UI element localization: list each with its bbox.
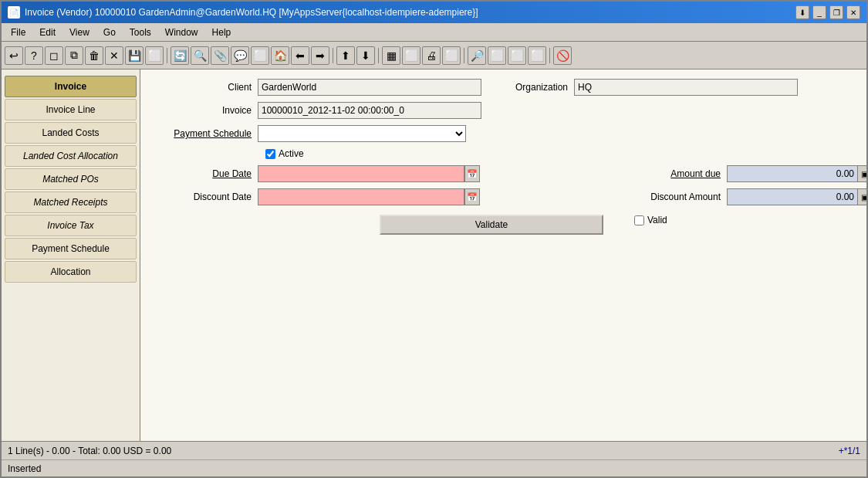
- payment-schedule-row: Payment Schedule: [150, 125, 857, 142]
- active-label: Active: [279, 148, 304, 159]
- sidebar-item-allocation[interactable]: Allocation: [5, 261, 137, 283]
- valid-label: Valid: [647, 215, 667, 225]
- restore-btn[interactable]: ❐: [829, 5, 843, 19]
- prev-btn[interactable]: ⬅: [291, 46, 309, 65]
- record-info: +*1/1: [839, 446, 860, 456]
- sidebar-item-payment-schedule-label: Payment Schedule: [32, 243, 110, 254]
- back-btn[interactable]: ↩: [5, 46, 23, 65]
- info-btn[interactable]: ⬜: [508, 46, 526, 65]
- sidebar-item-landed-cost-allocation[interactable]: Landed Cost Allocation: [5, 145, 137, 167]
- next-btn[interactable]: ➡: [311, 46, 329, 65]
- org-input[interactable]: [574, 79, 798, 96]
- due-date-input[interactable]: [258, 165, 464, 182]
- exit-btn[interactable]: 🚫: [553, 46, 572, 65]
- chat-btn[interactable]: 💬: [231, 46, 249, 65]
- sidebar: Invoice Invoice Line Landed Costs Landed…: [2, 69, 140, 441]
- validate-container: Validate: [150, 212, 603, 235]
- invoice-row: Invoice: [150, 102, 857, 119]
- app-icon: 📄: [8, 6, 20, 19]
- menu-view[interactable]: View: [63, 25, 96, 39]
- discount-date-container: 📅: [258, 188, 480, 205]
- amount-due-input[interactable]: [727, 165, 858, 182]
- window-title: Invoice (Vendor) 10000010 GardenAdmin@Ga…: [25, 7, 478, 18]
- validate-button[interactable]: Validate: [380, 215, 603, 235]
- menu-bar: File Edit View Go Tools Window Help: [2, 23, 866, 42]
- left-col: Due Date 📅 Discount Date 📅: [150, 165, 603, 235]
- memos-btn[interactable]: ⬜: [528, 46, 546, 65]
- new-btn[interactable]: ◻: [45, 46, 63, 65]
- active-checkbox[interactable]: [265, 149, 275, 159]
- collapse-btn[interactable]: ⬇: [795, 5, 809, 19]
- menu-tools[interactable]: Tools: [123, 25, 157, 39]
- grid-btn[interactable]: ▦: [382, 46, 400, 65]
- sidebar-item-invoice-tax[interactable]: Invoice Tax: [5, 215, 137, 236]
- amount-due-btn[interactable]: ▣: [858, 165, 866, 182]
- sidebar-item-matched-pos-label: Matched POs: [42, 174, 99, 185]
- valid-checkbox[interactable]: [634, 215, 644, 225]
- sep5: [549, 48, 550, 63]
- close-btn[interactable]: ✕: [846, 5, 860, 19]
- sidebar-item-matched-receipts[interactable]: Matched Receipts: [5, 192, 137, 213]
- sidebar-item-invoice-tax-label: Invoice Tax: [47, 220, 93, 231]
- sidebar-item-landed-costs-label: Landed Costs: [42, 127, 99, 138]
- amount-due-label: Amount due: [627, 168, 727, 179]
- zoom-btn[interactable]: ⬜: [251, 46, 269, 65]
- menu-file[interactable]: File: [5, 25, 32, 39]
- discount-date-calendar-btn[interactable]: 📅: [464, 188, 480, 205]
- discount-amount-btn[interactable]: ▣: [858, 188, 866, 205]
- report-btn[interactable]: 🔎: [468, 46, 486, 65]
- line-info: 1 Line(s) - 0.00 - Total: 0.00 USD = 0.0…: [8, 446, 171, 456]
- amount-due-row: Amount due ▣: [627, 165, 866, 182]
- parent-btn[interactable]: ⬆: [336, 46, 355, 65]
- invoice-input[interactable]: [258, 102, 481, 119]
- discount-amount-input[interactable]: [727, 188, 858, 205]
- discount-date-label: Discount Date: [150, 192, 258, 202]
- amount-due-container: ▣: [727, 165, 866, 182]
- find-btn[interactable]: 🔍: [191, 46, 209, 65]
- sep1: [167, 48, 167, 63]
- home-btn[interactable]: 🏠: [271, 46, 289, 65]
- form-area: Client Organization Invoice Payment Sche…: [140, 69, 866, 441]
- main-window: 📄 Invoice (Vendor) 10000010 GardenAdmin@…: [0, 0, 868, 478]
- sidebar-item-landed-cost-allocation-label: Landed Cost Allocation: [23, 151, 118, 161]
- org-label: Organization: [497, 82, 574, 93]
- menu-help[interactable]: Help: [206, 25, 238, 39]
- org-row: Organization: [497, 79, 798, 96]
- two-col-section: Due Date 📅 Discount Date 📅: [150, 165, 857, 235]
- save-btn[interactable]: 💾: [125, 46, 144, 65]
- detail-btn[interactable]: ⬇: [356, 46, 375, 65]
- copy-btn[interactable]: ⧉: [65, 46, 83, 65]
- help-btn[interactable]: ?: [25, 46, 43, 65]
- inserted-bar: Inserted: [2, 459, 866, 476]
- print2-btn[interactable]: ⬜: [442, 46, 461, 65]
- payment-schedule-select-container: [258, 125, 466, 142]
- sidebar-item-invoice[interactable]: Invoice: [5, 76, 137, 97]
- payment-schedule-select[interactable]: [258, 125, 466, 142]
- menu-go[interactable]: Go: [97, 25, 122, 39]
- client-row: Client: [150, 79, 481, 96]
- title-bar: 📄 Invoice (Vendor) 10000010 GardenAdmin@…: [2, 2, 866, 23]
- print-btn[interactable]: 🖨: [422, 46, 441, 65]
- menu-edit[interactable]: Edit: [33, 25, 62, 39]
- discount-amount-label: Discount Amount: [627, 192, 727, 202]
- discount-date-row: Discount Date 📅: [150, 188, 603, 205]
- cancel-btn[interactable]: ✕: [105, 46, 123, 65]
- sidebar-item-payment-schedule[interactable]: Payment Schedule: [5, 238, 137, 259]
- due-date-calendar-btn[interactable]: 📅: [464, 165, 480, 182]
- delete-btn[interactable]: 🗑: [85, 46, 103, 65]
- sidebar-item-invoice-label: Invoice: [55, 81, 86, 92]
- minimize-btn[interactable]: _: [812, 5, 826, 19]
- export-btn[interactable]: ⬜: [145, 46, 164, 65]
- active-row: Active: [150, 148, 857, 159]
- sidebar-item-landed-costs[interactable]: Landed Costs: [5, 122, 137, 144]
- discount-date-input[interactable]: [258, 188, 464, 205]
- sidebar-item-matched-pos[interactable]: Matched POs: [5, 168, 137, 190]
- sidebar-item-allocation-label: Allocation: [50, 266, 90, 277]
- sidebar-item-invoice-line[interactable]: Invoice Line: [5, 99, 137, 120]
- workflow-btn[interactable]: ⬜: [488, 46, 506, 65]
- client-input[interactable]: [258, 79, 481, 96]
- menu-window[interactable]: Window: [159, 25, 204, 39]
- refresh-btn[interactable]: 🔄: [171, 46, 189, 65]
- form-btn[interactable]: ⬜: [402, 46, 420, 65]
- attach-btn[interactable]: 📎: [211, 46, 229, 65]
